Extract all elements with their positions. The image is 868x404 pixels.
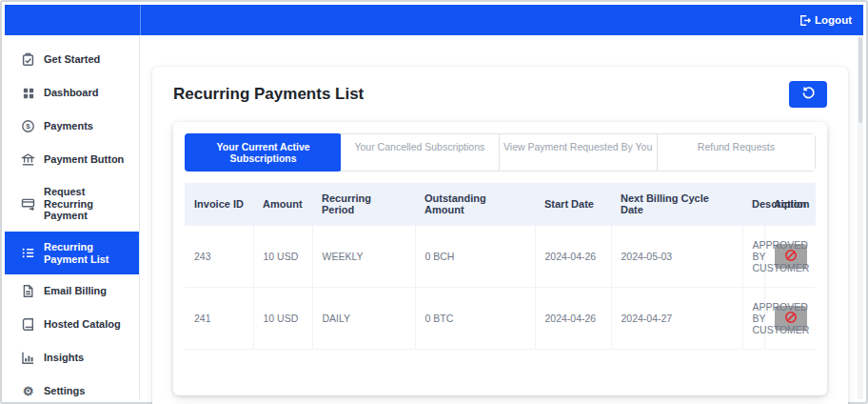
sidebar-item-label: Email Billing — [44, 285, 107, 297]
sidebar-item-label: Request Recurring Payment — [44, 186, 133, 222]
recurring-payments-card: Recurring Payments List — [152, 67, 848, 404]
table-row: 241 10 USD DAILY 0 BTC 2024-04-26 2024-0… — [185, 288, 816, 350]
sidebar-item-label: Payment Button — [44, 153, 124, 166]
cell-next-billing-date: 2024-04-27 — [611, 288, 742, 350]
cell-description: APPROVED BY CUSTOMER — [742, 226, 764, 288]
cell-amount: 10 USD — [253, 288, 312, 350]
cell-description: APPROVED BY CUSTOMER — [742, 288, 764, 350]
logout-label: Logout — [815, 14, 852, 26]
sidebar-item-recurring-payment-list[interactable]: Recurring Payment List — [5, 232, 139, 274]
app-window: Logout Get Started — [0, 0, 868, 404]
tab-cancelled-subscriptions[interactable]: Your Cancelled Subscriptions — [341, 134, 499, 171]
chart-icon — [21, 351, 35, 365]
cancel-icon — [784, 311, 798, 327]
topbar-divider — [140, 5, 141, 35]
subscription-tabs: Your Current Active Subscriptions Your C… — [185, 133, 816, 172]
col-recurring-period: Recurring Period — [312, 183, 415, 226]
tab-refund-requests[interactable]: Refund Requests — [658, 134, 815, 171]
cell-amount: 10 USD — [253, 226, 312, 288]
sidebar-item-label: Hosted Catalog — [44, 318, 121, 331]
cell-action — [764, 226, 816, 288]
col-invoice-id: Invoice ID — [185, 183, 253, 226]
col-next-billing-cycle-date: Next Billing Cycle Date — [611, 183, 742, 226]
cell-action — [764, 288, 816, 350]
subscriptions-table: Invoice ID Amount Recurring Period Outst… — [185, 183, 816, 350]
sidebar: Get Started Dashboard $ — [5, 35, 140, 399]
col-start-date: Start Date — [535, 183, 611, 226]
sidebar-item-hosted-catalog[interactable]: Hosted Catalog — [5, 308, 139, 341]
sidebar-item-settings[interactable]: ⚙ Settings — [5, 374, 139, 404]
main-area: Recurring Payments List — [140, 35, 863, 399]
bank-icon — [21, 152, 35, 167]
tab-current-active-subscriptions[interactable]: Your Current Active Subscriptions — [185, 133, 342, 172]
document-icon — [21, 284, 35, 298]
sidebar-item-insights[interactable]: Insights — [5, 341, 139, 374]
cell-recurring-period: WEEKLY — [312, 226, 415, 288]
col-outstanding-amount: Outstanding Amount — [415, 183, 535, 226]
logout-button[interactable]: Logout — [799, 14, 852, 27]
scrollbar[interactable] — [858, 35, 863, 399]
sidebar-item-payment-button[interactable]: Payment Button — [5, 143, 139, 176]
sidebar-item-label: Get Started — [44, 53, 100, 66]
book-icon — [21, 317, 35, 332]
cell-next-billing-date: 2024-05-03 — [611, 226, 742, 288]
sidebar-item-email-billing[interactable]: Email Billing — [5, 274, 139, 308]
table-header-row: Invoice ID Amount Recurring Period Outst… — [185, 183, 816, 226]
col-description: Description — [742, 183, 764, 226]
tab-view-payment-requested[interactable]: View Payment Requested By You — [500, 134, 658, 171]
cancel-icon — [784, 249, 798, 265]
cell-recurring-period: DAILY — [312, 288, 415, 350]
page-title: Recurring Payments List — [173, 85, 364, 104]
svg-text:$: $ — [26, 122, 30, 131]
cell-start-date: 2024-04-26 — [535, 226, 611, 288]
card-arrow-icon — [21, 196, 35, 211]
dollar-circle-icon: $ — [21, 119, 35, 133]
col-amount: Amount — [253, 183, 312, 226]
sidebar-item-get-started[interactable]: Get Started — [5, 43, 139, 76]
clipboard-check-icon — [21, 52, 35, 67]
sidebar-item-request-recurring-payment[interactable]: Request Recurring Payment — [5, 176, 139, 232]
sidebar-item-label: Payments — [44, 120, 93, 132]
sidebar-item-dashboard[interactable]: Dashboard — [5, 76, 139, 110]
topbar: Logout — [5, 5, 863, 35]
list-icon — [21, 246, 35, 260]
cell-outstanding-amount: 0 BCH — [415, 226, 535, 288]
gear-icon: ⚙ — [21, 384, 35, 398]
cell-invoice-id: 243 — [185, 226, 253, 288]
sidebar-item-label: Recurring Payment List — [44, 241, 133, 265]
table-row: 243 10 USD WEEKLY 0 BCH 2024-04-26 2024-… — [185, 226, 816, 288]
cell-invoice-id: 241 — [185, 288, 253, 350]
subscriptions-panel: Your Current Active Subscriptions Your C… — [173, 122, 827, 395]
sidebar-item-payments[interactable]: $ Payments — [5, 110, 139, 143]
logout-icon — [799, 14, 811, 27]
sidebar-item-label: Dashboard — [44, 87, 98, 99]
refresh-history-button[interactable] — [789, 81, 827, 108]
cell-start-date: 2024-04-26 — [535, 288, 611, 350]
grid-icon — [21, 86, 35, 100]
sidebar-item-label: Insights — [44, 352, 84, 364]
sidebar-item-label: Settings — [44, 385, 85, 397]
history-refresh-icon — [801, 86, 816, 103]
cell-outstanding-amount: 0 BTC — [415, 288, 535, 350]
scrollbar-thumb[interactable] — [858, 37, 862, 123]
